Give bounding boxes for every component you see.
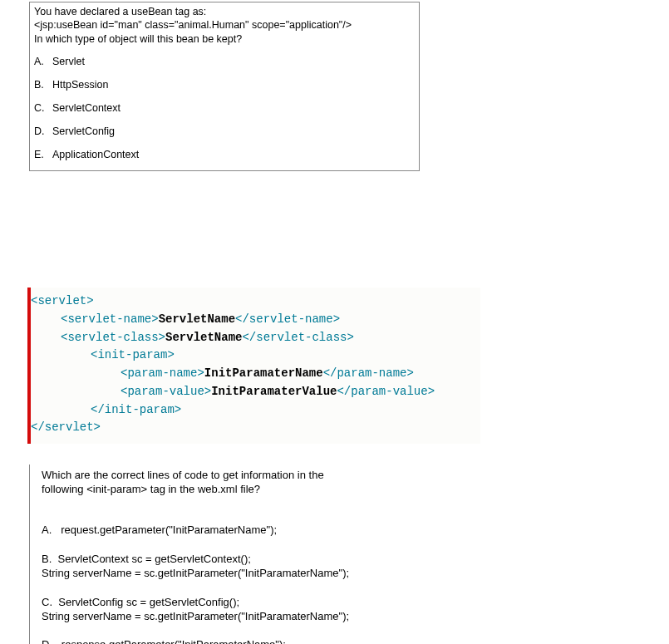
xml-code-block: <servlet> <servlet-name>ServletName</ser… [27,288,480,444]
question-2-block: Which are the correct lines of code to g… [29,465,509,644]
xml-tag: </servlet-class> [242,331,353,344]
option-text-l1: ServletContext sc = getServletContext(); [58,553,251,565]
xml-tag: <param-name> [121,366,204,380]
q2-line2b: tag in the web.xml file? [147,483,260,495]
code-line: <init-param> [31,347,480,365]
option-text: Servlet [52,56,85,67]
xml-value: ServletName [159,312,235,326]
q2-line1: Which are the correct lines of code to g… [42,469,324,481]
xml-value: InitParamaterValue [211,385,337,398]
q1-option-c: C.ServletContext [34,101,412,116]
q1-option-e: E.ApplicationContext [34,147,412,162]
q1-option-b: B.HttpSession [34,77,412,92]
q1-line1: You have declared a useBean tag as: [34,6,206,17]
xml-tag: <servlet-name> [61,312,159,326]
option-letter: D. [34,124,52,139]
option-letter: B. [34,77,52,92]
option-text-l1: ServletConfig sc = getServletConfig(); [58,596,239,608]
xml-tag: <init-param> [91,348,175,361]
q2-option-d: D. response.getParameter("InitParamaterN… [42,638,503,644]
option-letter: A. [42,524,52,536]
option-letter: C. [34,101,52,116]
xml-value: ServletName [165,331,242,344]
code-line: <servlet> [31,293,480,311]
q1-option-a: A.Servlet [34,54,412,69]
xml-tag: <servlet-class> [61,331,165,344]
option-letter: E. [34,147,52,162]
question-1-block: You have declared a useBean tag as: <jsp… [29,2,420,171]
code-line: </servlet> [31,419,480,437]
option-letter: C. [42,596,52,608]
code-line: <servlet-name>ServletName</servlet-name> [31,311,480,329]
option-text: response.getParameter("InitParamaterName… [61,638,286,644]
question-2-text: Which are the correct lines of code to g… [42,468,503,497]
code-line: <param-value>InitParamaterValue</param-v… [31,383,480,401]
q1-line2: <jsp:useBean id="man" class="animal.Huma… [34,19,352,31]
xml-value: InitParamaterName [204,366,323,380]
q1-line3: In which type of object will this bean b… [34,33,242,45]
xml-tag: </init-param> [91,403,181,416]
code-line: </init-param> [31,401,480,420]
xml-tag: </param-value> [337,385,435,398]
code-line: <servlet-class>ServletName</servlet-clas… [31,329,480,347]
option-text-l2: String serverName = sc.getInitParameter(… [42,610,349,622]
q2-options: A. request.getParameter("InitParamaterNa… [42,524,503,644]
xml-tag: </servlet> [31,420,101,434]
xml-tag: </param-name> [323,366,414,380]
option-letter: A. [34,54,52,69]
option-letter: D. [42,638,52,644]
option-text: HttpSession [52,79,108,91]
q2-line2a: following [42,483,86,495]
xml-tag: </servlet-name> [235,312,340,326]
q2-inline-tag: <init-param> [86,483,147,495]
q1-option-d: D.ServletConfig [34,124,412,139]
q2-option-b: B. ServletContext sc = getServletContext… [42,553,503,581]
option-text-l2: String serverName = sc.getInitParameter(… [42,567,349,579]
xml-tag: <servlet> [31,294,94,307]
question-1-text: You have declared a useBean tag as: <jsp… [34,5,412,46]
option-text: ApplicationContext [52,149,139,160]
option-text: ServletContext [52,102,121,114]
q2-option-a: A. request.getParameter("InitParamaterNa… [42,524,503,538]
option-text: request.getParameter("InitParamaterName"… [61,524,277,536]
xml-tag: <param-value> [121,385,211,398]
q2-option-c: C. ServletConfig sc = getServletConfig()… [42,596,503,624]
option-text: ServletConfig [52,125,115,137]
code-line: <param-name>InitParamaterName</param-nam… [31,365,480,383]
option-letter: B. [42,553,52,565]
q1-options: A.Servlet B.HttpSession C.ServletContext… [34,54,412,163]
